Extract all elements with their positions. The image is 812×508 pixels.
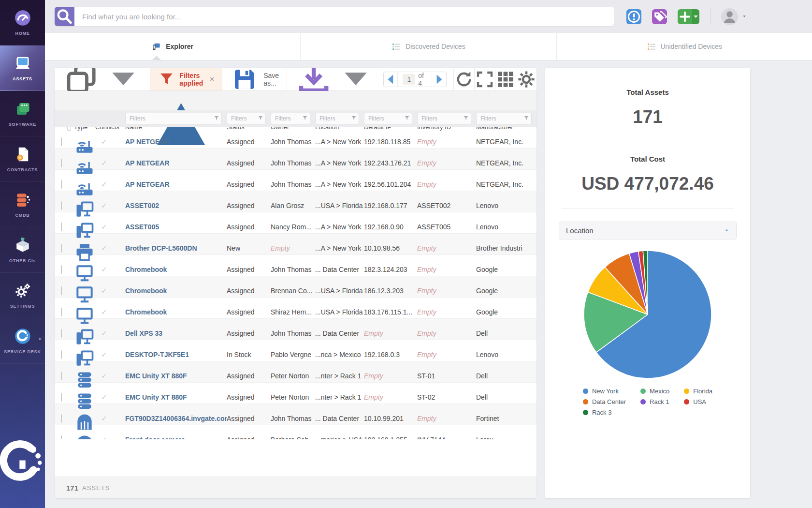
chevron-down-icon[interactable] xyxy=(692,9,699,24)
table-cell: Empty xyxy=(417,159,476,167)
table-cell: 192.168.1.255 xyxy=(364,436,417,439)
table-header: TypeConflictsNameStatusOwnerLocationDefa… xyxy=(55,91,536,110)
chevron-right-icon: ▸ xyxy=(39,336,42,341)
prev-page-button[interactable] xyxy=(384,72,398,87)
tags-button[interactable] xyxy=(652,9,667,24)
assets-table-card: Filters applied × Save as... 1 xyxy=(55,68,536,498)
export-button[interactable] xyxy=(287,68,383,90)
sidebar-item-contracts[interactable]: CONTRACTS xyxy=(0,136,45,182)
table-cell: Alan Grosz xyxy=(271,202,315,209)
row-checkbox[interactable] xyxy=(61,159,62,167)
table-cell: ST-02 xyxy=(417,393,476,401)
legend-item[interactable]: USA xyxy=(684,398,712,405)
chevron-down-icon[interactable] xyxy=(742,14,747,19)
asset-name-link[interactable]: Brother DCP-L5600DN xyxy=(125,244,197,252)
legend-item[interactable]: Mexico xyxy=(640,388,669,395)
table-cell: 10.10.99.201 xyxy=(364,415,417,422)
refresh-button[interactable] xyxy=(453,68,474,91)
asset-name-link[interactable]: AP NETGEAR xyxy=(125,159,170,167)
sidebar-item-other-cis[interactable]: OTHER CIs xyxy=(0,227,45,273)
row-checkbox[interactable] xyxy=(61,414,62,423)
row-checkbox[interactable] xyxy=(61,329,62,338)
asset-name-link[interactable]: ASSET005 xyxy=(125,223,159,231)
legend-item[interactable]: Rack 3 xyxy=(583,409,626,416)
row-checkbox[interactable] xyxy=(61,372,62,380)
tab-label: Unidentified Devices xyxy=(661,43,723,50)
asset-name-link[interactable]: Dell XPS 33 xyxy=(125,329,162,337)
search-button[interactable] xyxy=(55,7,74,26)
row-checkbox[interactable] xyxy=(61,435,62,439)
table-cell: Dell xyxy=(476,329,536,337)
close-icon[interactable]: × xyxy=(209,75,214,84)
legend-label: New York xyxy=(592,388,619,395)
search-input[interactable] xyxy=(74,7,614,26)
legend-item[interactable]: Florida xyxy=(684,388,712,395)
topbar-actions xyxy=(626,8,747,25)
table-cell: 182.3.124.203 xyxy=(364,266,417,273)
next-page-button[interactable] xyxy=(432,72,446,87)
row-checkbox[interactable] xyxy=(61,223,62,231)
asset-name-link[interactable]: Chromebook xyxy=(125,287,167,295)
asset-name-link[interactable]: Front door camera xyxy=(125,436,185,439)
software-icon xyxy=(14,100,31,118)
group-by-select[interactable]: Location xyxy=(559,222,737,239)
row-checkbox[interactable] xyxy=(61,137,62,146)
table-settings-button[interactable] xyxy=(516,68,536,91)
grid-view-button[interactable] xyxy=(495,68,516,91)
current-page[interactable]: 1 xyxy=(403,74,415,85)
asset-name-link[interactable]: EMC Unity XT 880F xyxy=(125,393,187,401)
sidebar-item-settings[interactable]: SETTINGS xyxy=(0,273,45,318)
table-cell: Google xyxy=(476,287,536,295)
conflict-check-icon: ✓ xyxy=(95,286,125,295)
legend-item[interactable]: New York xyxy=(583,388,626,395)
asset-name-link[interactable]: AP NETGEAR xyxy=(125,138,170,146)
legend-label: Rack 3 xyxy=(592,409,611,416)
user-menu[interactable] xyxy=(721,8,747,25)
asset-name-link[interactable]: ASSET002 xyxy=(125,202,159,209)
table-cell: NETGEAR, Inc. xyxy=(476,159,536,167)
view-switch-button[interactable] xyxy=(55,68,150,90)
column-filter xyxy=(315,113,359,124)
table-row: ✓AP NETGEARAssignedJohn Thomas...A > New… xyxy=(55,127,536,149)
legend-item[interactable]: Rack 1 xyxy=(640,398,669,405)
sidebar-item-software[interactable]: SOFTWARE xyxy=(0,91,45,136)
funnel-icon xyxy=(258,115,263,121)
tab-discovered[interactable]: Discovered Devices xyxy=(301,33,556,60)
sidebar-item-cmdb[interactable]: CMDB xyxy=(0,182,45,227)
filter-input[interactable] xyxy=(125,113,222,124)
sidebar-item-home[interactable]: HOME xyxy=(0,0,45,45)
sidebar-item-label: CONTRACTS xyxy=(7,167,38,172)
sidebar-item-assets[interactable]: ASSETS xyxy=(0,45,45,91)
asset-name-link[interactable]: Chromebook xyxy=(125,308,167,316)
legend-item[interactable]: Data Center xyxy=(583,398,626,405)
asset-name-link[interactable]: Chromebook xyxy=(125,266,167,273)
avatar[interactable] xyxy=(721,8,738,25)
tab-unidentified[interactable]: Unidentified Devices xyxy=(557,33,812,60)
asset-name-link[interactable]: FGT90D3Z14006364.invgate.com xyxy=(125,415,227,422)
row-checkbox[interactable] xyxy=(61,265,62,274)
funnel-icon xyxy=(302,115,308,121)
tab-explorer[interactable]: Explorer xyxy=(45,33,301,60)
save-as-button[interactable]: Save as... xyxy=(222,68,287,90)
asset-name-link[interactable]: DESKTOP-TJKF5E1 xyxy=(125,351,189,359)
cmdb-icon xyxy=(14,191,31,209)
asset-name-link[interactable]: AP NETGEAR xyxy=(125,180,170,188)
fullscreen-button[interactable] xyxy=(474,68,495,91)
row-checkbox[interactable] xyxy=(61,350,62,359)
asset-name-link[interactable]: EMC Unity XT 880F xyxy=(125,372,187,380)
sidebar-item-service-desk[interactable]: SERVICE DESK▸ xyxy=(0,318,45,364)
funnel-icon xyxy=(404,115,410,121)
row-checkbox[interactable] xyxy=(61,393,62,402)
table-cell: ...nter > Rack 1 xyxy=(315,393,364,401)
row-checkbox[interactable] xyxy=(61,201,62,210)
row-checkbox[interactable] xyxy=(61,180,62,189)
row-checkbox[interactable] xyxy=(61,308,62,316)
table-cell: Empty xyxy=(417,266,476,273)
alerts-button[interactable] xyxy=(626,9,641,24)
legend-dot xyxy=(583,388,588,394)
row-checkbox[interactable] xyxy=(61,286,62,295)
legend-dot xyxy=(684,399,689,404)
filters-applied-chip[interactable]: Filters applied × xyxy=(150,68,222,90)
row-checkbox[interactable] xyxy=(61,244,62,253)
add-button[interactable] xyxy=(678,9,699,24)
